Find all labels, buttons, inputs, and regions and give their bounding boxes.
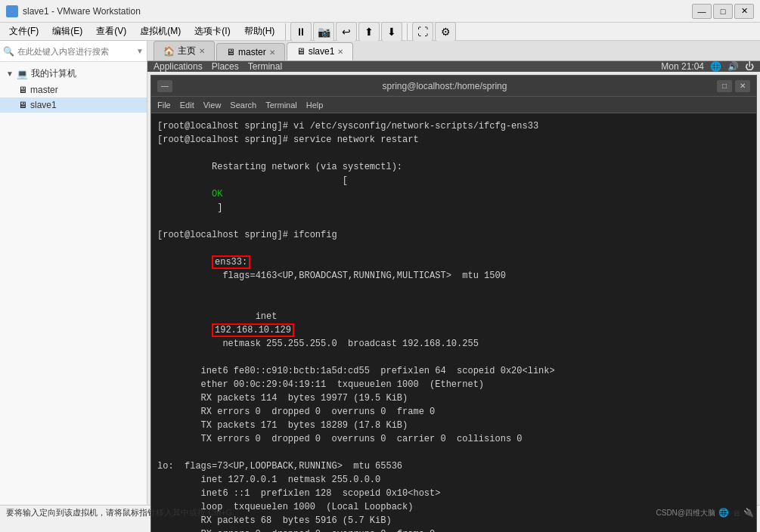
search-input[interactable] [17,47,133,56]
computer-icon: 💻 [17,69,28,79]
terminal-body[interactable]: [root@localhost spring]# vi /etc/sysconf… [151,113,756,532]
minimize-button[interactable]: — [692,4,712,19]
vm-icon-slave1: 🖥 [18,100,27,110]
term-menu-view[interactable]: View [203,101,222,110]
term-menu-file[interactable]: File [157,101,171,110]
toolbar-sep2 [407,23,408,40]
sidebar: 🔍 ▼ ▼ 💻 我的计算机 🖥 master 🖥 slave1 [0,41,147,505]
term-menu-help[interactable]: Help [306,101,324,110]
term-line-lo-header: lo: flags=73<UP,LOOPBACK,RUNNING> mtu 65… [157,459,750,473]
toolbar-separator [285,23,286,40]
terminal-win-controls: □ ✕ [717,80,750,92]
tab-master-label: master [238,47,266,57]
term-line-lo-inet6: inet6 ::1 prefixlen 128 scopeid 0x10<hos… [157,487,750,500]
bottom-bar-hint: 要将输入定向到该虚拟机，请将鼠标指针移入其中或按 Ctrl+G. [6,507,234,518]
sidebar-item-mycomputer[interactable]: ▼ 💻 我的计算机 [0,65,147,82]
terminal-restore-btn[interactable]: □ [717,80,732,92]
ok-bracket-left: [ [212,175,348,186]
terminal-title-text: spring@localhost:/home/spring [172,81,717,91]
vm-tab-bar: 🏠 主页 ✕ 🖥 master ✕ 🖥 slave1 ✕ [147,41,760,61]
ens33-ip-address: 192.168.10.129 [212,323,294,337]
bottom-bar-right: CSDN@四维大脑 🌐 🖥 🔌 [656,508,755,518]
tab-slave1-label: slave1 [309,46,335,57]
terminal-title-bar: — spring@localhost:/home/spring □ ✕ [151,76,756,97]
network-icon: 🌐 [710,61,721,72]
menu-file[interactable]: 文件(F) [3,23,45,39]
sidebar-item-slave1[interactable]: 🖥 slave1 [0,97,147,113]
term-menu-search[interactable]: Search [230,101,256,110]
title-bar: slave1 - VMware Workstation — □ ✕ [0,0,760,23]
close-button[interactable]: ✕ [734,4,754,19]
term-line-ens33-tx2: TX errors 0 dropped 0 overruns 0 carrier… [157,432,750,446]
nav-terminal[interactable]: Terminal [248,61,282,72]
menu-help[interactable]: 帮助(H) [238,23,281,39]
vm-nav-bar: Applications Places Terminal Mon 21:04 🌐… [147,61,760,72]
nav-applications[interactable]: Applications [154,61,203,72]
maximize-button[interactable]: □ [713,4,733,19]
vm-nav-right: Mon 21:04 🌐 🔊 ⏻ [661,61,754,72]
tab-master-close[interactable]: ✕ [269,48,275,57]
menu-edit[interactable]: 编辑(E) [46,23,88,39]
term-line-lo-inet: inet 127.0.0.1 netmask 255.0.0.0 [157,473,750,487]
term-blank1 [157,446,750,459]
tab-home-close[interactable]: ✕ [199,47,205,55]
mycomputer-label: 我的计算机 [31,67,76,80]
tab-slave1[interactable]: 🖥 slave1 ✕ [287,42,354,60]
term-line-vi: [root@localhost spring]# vi /etc/sysconf… [157,119,750,133]
terminal-close-btn[interactable]: ✕ [735,80,750,92]
search-dropdown-icon[interactable]: ▼ [136,47,144,55]
menu-vm[interactable]: 虚拟机(M) [134,23,187,39]
slave1-label: slave1 [30,100,57,110]
sidebar-item-master[interactable]: 🖥 master [0,82,147,97]
toolbar-snapshot-btn[interactable]: 📷 [313,22,334,42]
content-area: 🏠 主页 ✕ 🖥 master ✕ 🖥 slave1 ✕ Application… [147,41,760,505]
tab-master[interactable]: 🖥 master ✕ [216,43,285,60]
search-icon: 🔍 [3,46,14,57]
title-bar-controls: — □ ✕ [692,4,754,19]
restarting-text: Restarting network (via systemctl): [212,162,402,172]
title-bar-left: slave1 - VMware Workstation [6,5,141,17]
menu-tabs[interactable]: 选项卡(I) [188,23,236,39]
toolbar-send-btn[interactable]: ⬆ [358,22,380,42]
term-menu-terminal[interactable]: Terminal [265,101,297,110]
toolbar-revert-btn[interactable]: ↩ [336,22,357,42]
nav-places[interactable]: Places [212,61,239,72]
term-line-ens33-rx1: RX packets 114 bytes 19977 (19.5 KiB) [157,391,750,405]
term-line-ens33-rx2: RX errors 0 dropped 0 overruns 0 frame 0 [157,405,750,419]
toolbar-pause-btn[interactable]: ⏸ [290,22,312,42]
expand-icon: ▼ [6,70,14,78]
terminal-menu-bar: File Edit View Search Terminal Help [151,97,756,113]
home-icon: 🏠 [163,46,175,57]
terminal-container: — spring@localhost:/home/spring □ ✕ File… [150,75,757,532]
term-line-ens33-inet: inet 192.168.10.129 netmask 255.255.255.… [157,296,750,364]
tab-slave1-icon: 🖥 [296,46,306,57]
term-line-ens33-ether: ether 00:0c:29:04:19:11 txqueuelen 1000 … [157,378,750,391]
csdn-watermark: CSDN@四维大脑 [656,508,716,518]
menu-view[interactable]: 查看(V) [90,23,132,39]
tab-home[interactable]: 🏠 主页 ✕ [154,41,215,60]
tab-master-icon: 🖥 [226,47,235,57]
display-icon: 🖥 [732,509,740,518]
toolbar-settings-btn[interactable]: ⚙ [435,22,456,42]
term-line-restarting: Restarting network (via systemctl): [ OK… [157,147,750,228]
term-line-ens33-tx1: TX packets 171 bytes 18289 (17.8 KiB) [157,419,750,432]
term-line-lo-rx2: RX errors 0 dropped 0 overruns 0 frame 0 [157,527,750,532]
term-menu-edit[interactable]: Edit [180,101,194,110]
sidebar-search-container: 🔍 ▼ [0,41,147,62]
main-layout: 🔍 ▼ ▼ 💻 我的计算机 🖥 master 🖥 slave1 🏠 [0,41,760,505]
terminal-controls: — [157,80,172,92]
term-line-ens33-inet6: inet6 fe80::c910:bctb:1a5d:cd55 prefixle… [157,364,750,378]
terminal-minimize-btn[interactable]: — [157,80,172,92]
sidebar-tree: ▼ 💻 我的计算机 🖥 master 🖥 slave1 [0,62,147,505]
toolbar-recv-btn[interactable]: ⬇ [381,22,402,42]
toolbar-fullscreen-btn[interactable]: ⛶ [412,22,433,42]
tab-slave1-close[interactable]: ✕ [337,48,343,56]
term-line-service: [root@localhost spring]# service network… [157,133,750,147]
tab-home-label: 主页 [178,45,196,57]
volume-icon: 🔊 [727,61,739,72]
term-line-ens33-header: ens33: flags=4163<UP,BROADCAST,RUNNING,M… [157,242,750,296]
ens33-inet-post: netmask 255.255.255.0 broadcast 192.168.… [212,339,479,349]
vm-nav-left: Applications Places Terminal [154,61,282,72]
usb-icon: 🔌 [743,508,754,518]
power-icon[interactable]: ⏻ [745,61,754,72]
